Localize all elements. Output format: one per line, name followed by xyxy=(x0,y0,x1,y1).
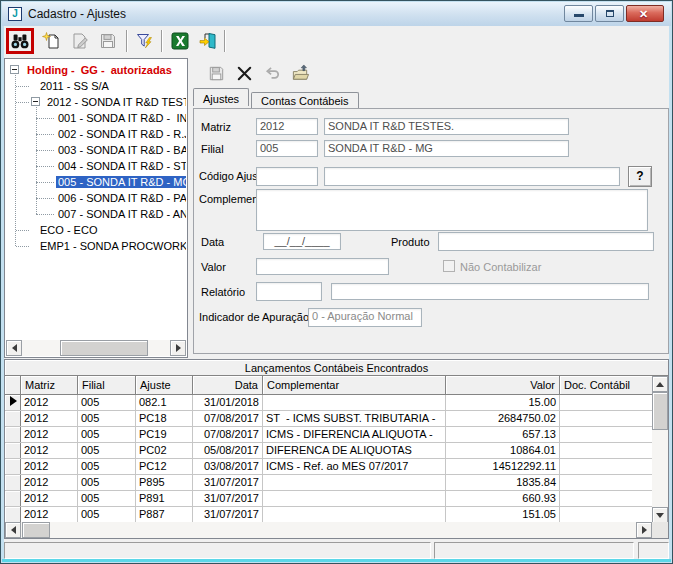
relatorio-desc-field[interactable] xyxy=(331,283,649,300)
exit-button[interactable] xyxy=(194,28,222,54)
matriz-desc-field[interactable]: SONDA IT R&D TESTES. xyxy=(324,118,569,135)
cell-valor[interactable]: 660.93 xyxy=(446,490,560,506)
tree-horizontal-scrollbar[interactable] xyxy=(6,340,186,356)
cell-matriz[interactable]: 2012 xyxy=(21,442,78,458)
cell-complementar[interactable]: ICMS - DIFERENCIA ALIQUOTA - xyxy=(263,426,446,442)
row-selector[interactable] xyxy=(5,458,21,474)
cell-complementar[interactable] xyxy=(263,490,446,506)
cell-data[interactable]: 31/07/2017 xyxy=(193,474,263,490)
cell-data[interactable]: 31/07/2017 xyxy=(193,490,263,506)
tab-ajustes[interactable]: Ajustes xyxy=(193,88,249,106)
cell-matriz[interactable]: 2012 xyxy=(21,474,78,490)
cell-doc[interactable] xyxy=(560,474,653,490)
cell-complementar[interactable] xyxy=(263,474,446,490)
cell-ajuste[interactable]: PC19 xyxy=(136,426,193,442)
scroll-up-button[interactable] xyxy=(652,376,668,392)
cell-valor[interactable]: 2684750.02 xyxy=(446,410,560,426)
cell-filial[interactable]: 005 xyxy=(78,442,136,458)
produto-combo[interactable] xyxy=(438,232,654,251)
cell-matriz[interactable]: 2012 xyxy=(21,410,78,426)
cell-complementar[interactable]: ICMS - Ref. ao MES 07/2017 xyxy=(263,458,446,474)
maximize-button[interactable] xyxy=(595,5,624,22)
data-field[interactable]: __/__/____ xyxy=(263,233,341,250)
record-undo-button[interactable] xyxy=(259,61,285,85)
cell-filial[interactable]: 005 xyxy=(78,426,136,442)
col-ajuste[interactable]: Ajuste xyxy=(136,376,193,394)
cell-valor[interactable]: 151.05 xyxy=(446,506,560,522)
row-selector[interactable] xyxy=(5,426,21,442)
tree-collapse-icon[interactable] xyxy=(10,65,19,74)
tree-item[interactable]: 007 - SONDA IT R&D - AN xyxy=(6,206,186,222)
scroll-thumb[interactable] xyxy=(652,392,668,430)
row-selector[interactable] xyxy=(5,490,21,506)
cell-ajuste[interactable]: PC12 xyxy=(136,458,193,474)
tree-item[interactable]: 003 - SONDA IT R&D - BA xyxy=(6,142,186,158)
cell-complementar[interactable]: ST - ICMS SUBST. TRIBUTARIA - xyxy=(263,410,446,426)
cell-valor[interactable]: 14512292.11 xyxy=(446,458,560,474)
tree-item[interactable]: ECO - ECO xyxy=(6,222,186,238)
cell-complementar[interactable] xyxy=(263,394,446,410)
nao-contabilizar-checkbox[interactable] xyxy=(443,260,455,272)
cell-valor[interactable]: 1835.84 xyxy=(446,474,560,490)
tree-item-label[interactable]: 2011 - SS S/A xyxy=(38,80,111,92)
tree-item-label[interactable]: 006 - SONDA IT R&D - PA xyxy=(56,192,186,204)
table-row[interactable]: 2012005P88731/07/2017151.05 xyxy=(5,506,653,522)
cell-doc[interactable] xyxy=(560,426,653,442)
export-excel-button[interactable] xyxy=(166,28,194,54)
cell-data[interactable]: 31/01/2018 xyxy=(193,394,263,410)
cell-matriz[interactable]: 2012 xyxy=(21,490,78,506)
codigo-ajuste-help-button[interactable]: ? xyxy=(628,166,652,187)
complemento-field[interactable] xyxy=(256,189,648,231)
scroll-thumb[interactable] xyxy=(22,522,50,538)
cell-ajuste[interactable]: PC18 xyxy=(136,410,193,426)
scroll-right-button[interactable] xyxy=(170,340,186,356)
cell-filial[interactable]: 005 xyxy=(78,394,136,410)
col-complementar[interactable]: Complementar xyxy=(263,376,446,394)
record-post-button[interactable] xyxy=(287,61,313,85)
filter-button[interactable] xyxy=(131,28,159,54)
cell-filial[interactable]: 005 xyxy=(78,474,136,490)
new-button[interactable] xyxy=(38,28,66,54)
cell-matriz[interactable]: 2012 xyxy=(21,426,78,442)
scroll-down-button[interactable] xyxy=(652,507,668,523)
codigo-ajuste-code-field[interactable] xyxy=(256,167,318,186)
tree-item[interactable]: 2011 - SS S/A xyxy=(6,78,186,94)
minimize-button[interactable] xyxy=(564,5,593,22)
codigo-ajuste-desc-field[interactable] xyxy=(324,167,620,186)
cell-doc[interactable] xyxy=(560,506,653,522)
tab-contas-contabeis[interactable]: Contas Contábeis xyxy=(251,92,358,108)
col-data[interactable]: Data xyxy=(193,376,263,394)
tree-item[interactable]: 006 - SONDA IT R&D - PA xyxy=(6,190,186,206)
cell-ajuste[interactable]: P887 xyxy=(136,506,193,522)
cell-valor[interactable]: 10864.01 xyxy=(446,442,560,458)
grid-horizontal-scrollbar[interactable] xyxy=(5,522,652,538)
cell-valor[interactable]: 657.13 xyxy=(446,426,560,442)
cell-filial[interactable]: 005 xyxy=(78,410,136,426)
cell-ajuste[interactable]: P895 xyxy=(136,474,193,490)
table-row[interactable]: 2012005082.131/01/201815.00 xyxy=(5,394,653,410)
cell-data[interactable]: 05/08/2017 xyxy=(193,442,263,458)
cell-doc[interactable] xyxy=(560,442,653,458)
table-row[interactable]: 2012005PC0205/08/2017DIFERENCA DE ALIQUO… xyxy=(5,442,653,458)
row-selector[interactable] xyxy=(5,474,21,490)
valor-field[interactable] xyxy=(256,258,389,275)
grid-vertical-scrollbar[interactable] xyxy=(652,376,668,523)
titlebar[interactable]: J Cadastro - Ajustes ✕ xyxy=(2,2,671,26)
cell-doc[interactable] xyxy=(560,394,653,410)
scroll-left-button[interactable] xyxy=(6,340,22,356)
tree-item[interactable]: 001 - SONDA IT R&D - IN xyxy=(6,110,186,126)
scroll-right-button[interactable] xyxy=(636,522,652,538)
cell-data[interactable]: 07/08/2017 xyxy=(193,426,263,442)
cell-doc[interactable] xyxy=(560,458,653,474)
tree-item[interactable]: Holding - GG - autorizadas xyxy=(6,62,186,78)
cell-filial[interactable]: 005 xyxy=(78,458,136,474)
cell-ajuste[interactable]: P891 xyxy=(136,490,193,506)
cell-doc[interactable] xyxy=(560,410,653,426)
tree-item-label[interactable]: 002 - SONDA IT R&D - R.J xyxy=(56,128,186,140)
row-selector[interactable] xyxy=(5,506,21,522)
scroll-thumb[interactable] xyxy=(60,340,148,356)
record-delete-button[interactable] xyxy=(231,61,257,85)
relatorio-combo[interactable] xyxy=(256,282,322,301)
col-valor[interactable]: Valor xyxy=(446,376,560,394)
cell-filial[interactable]: 005 xyxy=(78,506,136,522)
